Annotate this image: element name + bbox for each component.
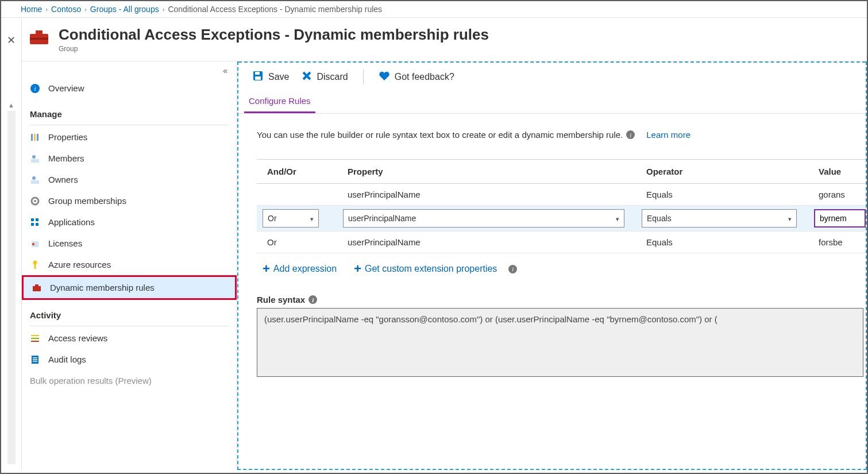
chevron-down-icon	[788, 214, 792, 223]
sidebar-item-label: Group memberships	[48, 196, 126, 206]
close-icon	[302, 71, 312, 83]
svg-text:i: i	[34, 85, 36, 92]
svg-rect-11	[31, 180, 39, 184]
svg-point-8	[32, 155, 36, 159]
operator-select[interactable]: Equals	[642, 209, 797, 228]
collapse-sidebar-button[interactable]: «	[22, 64, 237, 78]
toolbar: Save Discard Got feedback?	[238, 61, 866, 91]
svg-rect-21	[34, 264, 36, 269]
feedback-label: Got feedback?	[395, 72, 454, 82]
table-header-row: And/Or Property Operator Value	[257, 160, 866, 184]
info-icon[interactable]: i	[626, 130, 635, 139]
sidebar-item-label: Owners	[48, 175, 78, 184]
svg-rect-9	[31, 159, 39, 163]
close-icon[interactable]: ✕	[7, 34, 16, 47]
sidebar-item-group-memberships[interactable]: Group memberships	[22, 190, 237, 211]
breadcrumb-groups[interactable]: Groups - All groups	[90, 5, 159, 14]
rule-syntax-textbox[interactable]: (user.userPrincipalName -eq "goransson@c…	[257, 308, 863, 377]
cell-operator: Equals	[646, 190, 819, 199]
sidebar-item-access-reviews[interactable]: Access reviews	[22, 327, 237, 349]
cell-andor: Or	[267, 237, 348, 247]
svg-point-10	[32, 176, 36, 180]
sidebar-item-label: Members	[48, 153, 84, 163]
page-subtitle: Group	[59, 45, 489, 53]
cell-value: gorans	[819, 190, 866, 199]
left-gutter: ✕ ▲	[1, 18, 22, 470]
plus-icon: +	[354, 265, 361, 273]
info-icon[interactable]: i	[508, 265, 517, 273]
learn-more-link[interactable]: Learn more	[646, 130, 690, 140]
scroll-up-icon[interactable]: ▲	[8, 102, 14, 109]
chevron-right-icon: ›	[45, 6, 48, 13]
scrollbar-track[interactable]	[7, 111, 16, 464]
briefcase-icon	[32, 284, 42, 292]
sliders-icon	[30, 133, 40, 142]
cell-value: forsbe	[819, 237, 866, 247]
value-input[interactable]	[814, 209, 866, 228]
col-andor: And/Or	[267, 167, 348, 176]
chevron-right-icon: ›	[84, 6, 87, 13]
sidebar-item-licenses[interactable]: Licenses	[22, 233, 237, 254]
sidebar-item-label: Audit logs	[48, 354, 86, 364]
feedback-button[interactable]: Got feedback?	[379, 71, 454, 83]
sidebar: « i Overview Manage Properties Members	[22, 61, 237, 470]
sidebar-item-dynamic-rules[interactable]: Dynamic membership rules	[22, 275, 237, 300]
plus-icon: +	[263, 265, 270, 273]
andor-select[interactable]: Or	[263, 209, 319, 228]
sidebar-item-label: Access reviews	[48, 333, 107, 343]
help-text-row: You can use the rule builder or rule syn…	[257, 130, 866, 140]
svg-rect-29	[33, 359, 37, 360]
property-value: userPrincipalName	[348, 214, 416, 223]
svg-rect-33	[255, 76, 261, 80]
discard-label: Discard	[317, 72, 348, 82]
sidebar-item-owners[interactable]: Owners	[22, 169, 237, 190]
property-select[interactable]: userPrincipalName	[343, 209, 624, 228]
breadcrumb-home[interactable]: Home	[21, 5, 42, 14]
chevron-right-icon: ›	[163, 6, 165, 13]
help-text: You can use the rule builder or rule syn…	[257, 130, 623, 140]
chevron-down-icon	[310, 214, 314, 223]
breadcrumb-tenant[interactable]: Contoso	[51, 5, 81, 14]
andor-value: Or	[268, 214, 277, 223]
briefcase-icon	[29, 29, 49, 45]
table-row: Or userPrincipalName	[257, 206, 866, 232]
license-icon	[30, 239, 40, 248]
page-title: Conditional Access Exceptions - Dynamic …	[59, 26, 489, 44]
svg-rect-15	[36, 218, 38, 221]
chevron-down-icon	[616, 214, 619, 223]
svg-rect-7	[37, 134, 38, 141]
owners-icon	[30, 175, 40, 184]
sidebar-item-audit-logs[interactable]: Audit logs	[22, 349, 237, 370]
cell-operator: Equals	[646, 237, 819, 247]
discard-button[interactable]: Discard	[302, 71, 348, 83]
svg-rect-14	[31, 218, 34, 221]
divider	[30, 326, 229, 326]
members-icon	[30, 154, 40, 163]
breadcrumb: Home › Contoso › Groups - All groups › C…	[1, 1, 867, 18]
rule-syntax-label: Rule syntax i	[257, 295, 866, 305]
svg-rect-28	[33, 357, 37, 359]
svg-rect-2	[30, 38, 48, 40]
sidebar-item-properties[interactable]: Properties	[22, 126, 237, 148]
sidebar-item-members[interactable]: Members	[22, 148, 237, 169]
sidebar-item-applications[interactable]: Applications	[22, 211, 237, 233]
key-icon	[30, 260, 40, 269]
sidebar-item-azure-resources[interactable]: Azure resources	[22, 254, 237, 275]
sidebar-item-bulk-results[interactable]: Bulk operation results (Preview)	[22, 370, 237, 391]
col-value: Value	[819, 167, 866, 176]
svg-rect-5	[31, 134, 33, 141]
divider	[363, 70, 364, 84]
operator-value: Equals	[647, 214, 672, 223]
cell-property: userPrincipalName	[348, 190, 646, 199]
get-custom-props-button[interactable]: + Get custom extension properties	[348, 259, 503, 279]
tab-configure-rules[interactable]: Configure Rules	[244, 91, 315, 113]
cell-property: userPrincipalName	[348, 237, 646, 247]
add-expression-button[interactable]: + Add expression	[257, 259, 342, 279]
sidebar-item-label: Licenses	[48, 238, 82, 248]
svg-rect-16	[31, 223, 34, 226]
sidebar-item-overview[interactable]: i Overview	[22, 78, 237, 99]
info-icon[interactable]: i	[308, 295, 317, 304]
svg-rect-32	[255, 72, 260, 75]
sidebar-item-label: Properties	[48, 132, 87, 142]
save-button[interactable]: Save	[252, 70, 289, 84]
